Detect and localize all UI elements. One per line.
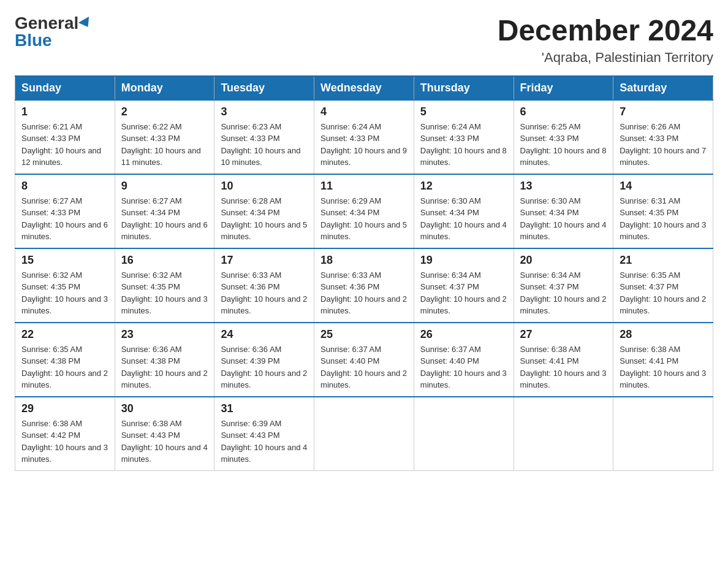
calendar-cell: 27 Sunrise: 6:38 AMSunset: 4:41 PMDaylig…: [514, 323, 613, 397]
day-info: Sunrise: 6:24 AMSunset: 4:33 PMDaylight:…: [420, 122, 507, 167]
day-info: Sunrise: 6:38 AMSunset: 4:41 PMDaylight:…: [520, 345, 607, 390]
weekday-header-sunday: Sunday: [15, 76, 115, 100]
weekday-header-friday: Friday: [514, 76, 613, 100]
day-number: 26: [420, 328, 507, 341]
day-number: 12: [420, 180, 507, 193]
calendar-cell: 13 Sunrise: 6:30 AMSunset: 4:34 PMDaylig…: [514, 174, 613, 248]
weekday-header-monday: Monday: [115, 76, 214, 100]
day-info: Sunrise: 6:34 AMSunset: 4:37 PMDaylight:…: [520, 270, 607, 316]
day-number: 15: [21, 254, 108, 267]
day-number: 5: [420, 105, 507, 118]
calendar-week-row: 22 Sunrise: 6:35 AMSunset: 4:38 PMDaylig…: [15, 323, 713, 397]
page-header: General Blue December 2024 'Aqraba, Pale…: [15, 15, 713, 66]
day-number: 22: [21, 328, 108, 341]
day-number: 27: [520, 328, 607, 341]
day-info: Sunrise: 6:38 AMSunset: 4:42 PMDaylight:…: [21, 419, 108, 464]
day-number: 9: [121, 180, 208, 193]
day-number: 20: [520, 254, 607, 267]
day-info: Sunrise: 6:24 AMSunset: 4:33 PMDaylight:…: [320, 122, 407, 167]
calendar-cell: 17 Sunrise: 6:33 AMSunset: 4:36 PMDaylig…: [214, 248, 314, 323]
calendar-cell: 10 Sunrise: 6:28 AMSunset: 4:34 PMDaylig…: [214, 174, 314, 248]
calendar-cell: 18 Sunrise: 6:33 AMSunset: 4:36 PMDaylig…: [314, 248, 414, 323]
calendar-cell: 23 Sunrise: 6:36 AMSunset: 4:38 PMDaylig…: [115, 323, 214, 397]
calendar-cell: 26 Sunrise: 6:37 AMSunset: 4:40 PMDaylig…: [414, 323, 514, 397]
day-info: Sunrise: 6:31 AMSunset: 4:35 PMDaylight:…: [620, 196, 706, 242]
day-info: Sunrise: 6:30 AMSunset: 4:34 PMDaylight:…: [520, 196, 607, 242]
day-info: Sunrise: 6:23 AMSunset: 4:33 PMDaylight:…: [221, 122, 300, 167]
day-info: Sunrise: 6:36 AMSunset: 4:38 PMDaylight:…: [121, 345, 208, 390]
calendar-week-row: 8 Sunrise: 6:27 AMSunset: 4:33 PMDayligh…: [15, 174, 713, 248]
day-info: Sunrise: 6:34 AMSunset: 4:37 PMDaylight:…: [420, 270, 507, 316]
day-info: Sunrise: 6:32 AMSunset: 4:35 PMDaylight:…: [21, 270, 108, 316]
calendar-cell: 21 Sunrise: 6:35 AMSunset: 4:37 PMDaylig…: [613, 248, 713, 323]
logo-arrow-icon: [78, 17, 93, 30]
location-title: 'Aqraba, Palestinian Territory: [498, 50, 713, 66]
day-number: 30: [121, 402, 208, 415]
calendar-cell: 1 Sunrise: 6:21 AMSunset: 4:33 PMDayligh…: [15, 100, 115, 174]
weekday-header-row: SundayMondayTuesdayWednesdayThursdayFrid…: [15, 76, 713, 100]
day-info: Sunrise: 6:30 AMSunset: 4:34 PMDaylight:…: [420, 196, 507, 242]
logo: General Blue: [15, 15, 92, 49]
day-info: Sunrise: 6:38 AMSunset: 4:41 PMDaylight:…: [620, 345, 706, 390]
weekday-header-wednesday: Wednesday: [314, 76, 414, 100]
day-number: 29: [21, 402, 108, 415]
day-number: 14: [620, 180, 707, 193]
calendar-cell: 4 Sunrise: 6:24 AMSunset: 4:33 PMDayligh…: [314, 100, 414, 174]
calendar-week-row: 15 Sunrise: 6:32 AMSunset: 4:35 PMDaylig…: [15, 248, 713, 323]
day-info: Sunrise: 6:27 AMSunset: 4:33 PMDaylight:…: [21, 196, 108, 242]
day-number: 8: [21, 180, 108, 193]
day-info: Sunrise: 6:33 AMSunset: 4:36 PMDaylight:…: [221, 270, 307, 316]
calendar-cell: 29 Sunrise: 6:38 AMSunset: 4:42 PMDaylig…: [15, 397, 115, 471]
month-title: December 2024: [498, 15, 713, 47]
day-number: 7: [620, 105, 707, 118]
day-info: Sunrise: 6:25 AMSunset: 4:33 PMDaylight:…: [520, 122, 607, 167]
calendar-cell: 5 Sunrise: 6:24 AMSunset: 4:33 PMDayligh…: [414, 100, 514, 174]
day-info: Sunrise: 6:33 AMSunset: 4:36 PMDaylight:…: [320, 270, 407, 316]
calendar-cell: 15 Sunrise: 6:32 AMSunset: 4:35 PMDaylig…: [15, 248, 115, 323]
weekday-header-saturday: Saturday: [613, 76, 713, 100]
day-info: Sunrise: 6:29 AMSunset: 4:34 PMDaylight:…: [320, 196, 407, 242]
calendar-cell: 19 Sunrise: 6:34 AMSunset: 4:37 PMDaylig…: [414, 248, 514, 323]
calendar-cell: 16 Sunrise: 6:32 AMSunset: 4:35 PMDaylig…: [115, 248, 214, 323]
day-number: 19: [420, 254, 507, 267]
calendar-cell: 8 Sunrise: 6:27 AMSunset: 4:33 PMDayligh…: [15, 174, 115, 248]
calendar-cell: [514, 397, 613, 471]
logo-general-text: General: [15, 15, 78, 32]
day-number: 28: [620, 328, 707, 341]
weekday-header-thursday: Thursday: [414, 76, 514, 100]
calendar-cell: 31 Sunrise: 6:39 AMSunset: 4:43 PMDaylig…: [214, 397, 314, 471]
calendar-cell: 20 Sunrise: 6:34 AMSunset: 4:37 PMDaylig…: [514, 248, 613, 323]
calendar-cell: [314, 397, 414, 471]
title-block: December 2024 'Aqraba, Palestinian Terri…: [498, 15, 713, 66]
day-info: Sunrise: 6:21 AMSunset: 4:33 PMDaylight:…: [21, 122, 101, 167]
calendar-week-row: 29 Sunrise: 6:38 AMSunset: 4:42 PMDaylig…: [15, 397, 713, 471]
calendar-cell: [613, 397, 713, 471]
day-number: 11: [320, 180, 408, 193]
day-number: 23: [121, 328, 208, 341]
calendar-cell: 7 Sunrise: 6:26 AMSunset: 4:33 PMDayligh…: [613, 100, 713, 174]
day-info: Sunrise: 6:38 AMSunset: 4:43 PMDaylight:…: [121, 419, 208, 464]
day-info: Sunrise: 6:37 AMSunset: 4:40 PMDaylight:…: [320, 345, 407, 390]
day-number: 25: [320, 328, 408, 341]
day-info: Sunrise: 6:27 AMSunset: 4:34 PMDaylight:…: [121, 196, 208, 242]
calendar-week-row: 1 Sunrise: 6:21 AMSunset: 4:33 PMDayligh…: [15, 100, 713, 174]
day-number: 17: [221, 254, 308, 267]
day-info: Sunrise: 6:37 AMSunset: 4:40 PMDaylight:…: [420, 345, 507, 390]
day-number: 6: [520, 105, 607, 118]
calendar-cell: 22 Sunrise: 6:35 AMSunset: 4:38 PMDaylig…: [15, 323, 115, 397]
calendar-cell: 11 Sunrise: 6:29 AMSunset: 4:34 PMDaylig…: [314, 174, 414, 248]
calendar-cell: [414, 397, 514, 471]
calendar-cell: 28 Sunrise: 6:38 AMSunset: 4:41 PMDaylig…: [613, 323, 713, 397]
calendar-table: SundayMondayTuesdayWednesdayThursdayFrid…: [15, 75, 713, 471]
weekday-header-tuesday: Tuesday: [214, 76, 314, 100]
day-info: Sunrise: 6:22 AMSunset: 4:33 PMDaylight:…: [121, 122, 201, 167]
calendar-cell: 12 Sunrise: 6:30 AMSunset: 4:34 PMDaylig…: [414, 174, 514, 248]
day-info: Sunrise: 6:28 AMSunset: 4:34 PMDaylight:…: [221, 196, 307, 242]
calendar-cell: 24 Sunrise: 6:36 AMSunset: 4:39 PMDaylig…: [214, 323, 314, 397]
day-number: 1: [21, 105, 108, 118]
calendar-cell: 25 Sunrise: 6:37 AMSunset: 4:40 PMDaylig…: [314, 323, 414, 397]
calendar-cell: 6 Sunrise: 6:25 AMSunset: 4:33 PMDayligh…: [514, 100, 613, 174]
day-info: Sunrise: 6:35 AMSunset: 4:37 PMDaylight:…: [620, 270, 706, 316]
calendar-cell: 3 Sunrise: 6:23 AMSunset: 4:33 PMDayligh…: [214, 100, 314, 174]
day-info: Sunrise: 6:35 AMSunset: 4:38 PMDaylight:…: [21, 345, 108, 390]
